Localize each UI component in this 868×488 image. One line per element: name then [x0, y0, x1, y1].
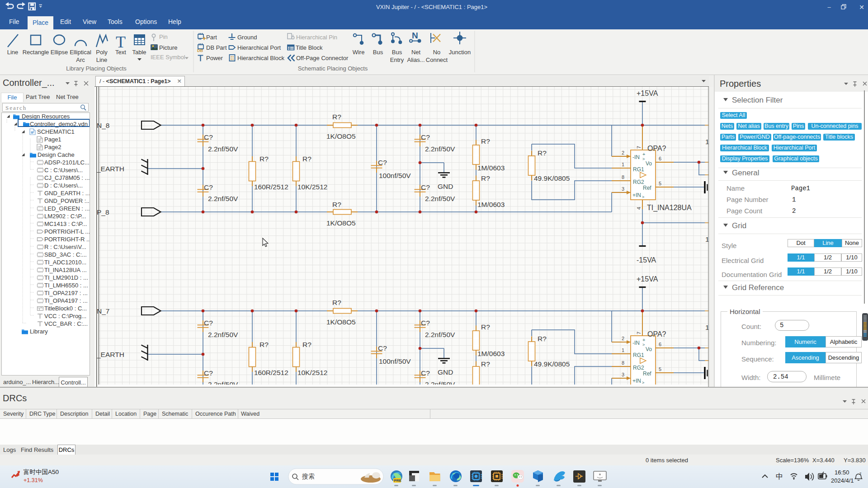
svg-text:富时中国A50: 富时中国A50 [24, 469, 59, 475]
svg-text:Off-Page Connector: Off-Page Connector [296, 55, 349, 61]
svg-text:Bus: Bus [373, 49, 383, 56]
svg-text:+IN: +IN [632, 192, 641, 198]
svg-text:Line: Line [96, 56, 108, 63]
svg-text:2.2nf/50V: 2.2nf/50V [425, 195, 455, 202]
svg-text:Ref: Ref [643, 185, 651, 191]
svg-text:7: 7 [636, 146, 642, 149]
svg-text:N_7: N_7 [97, 307, 109, 315]
svg-text:DB: DB [197, 48, 203, 53]
svg-text:Line: Line [7, 49, 19, 56]
svg-text:1: 1 [622, 162, 624, 167]
svg-text:Wire: Wire [353, 49, 365, 56]
svg-text:+1.31%: +1.31% [24, 477, 43, 483]
svg-text:1M/0603: 1M/0603 [477, 164, 505, 172]
svg-text:PRE: PRE [394, 479, 402, 483]
svg-text:2.2nf/50V: 2.2nf/50V [208, 195, 238, 202]
svg-text:Connect: Connect [426, 56, 448, 63]
svg-text:Ground: Ground [237, 34, 257, 41]
svg-text:C?: C? [378, 159, 387, 166]
svg-text:>: > [642, 195, 644, 199]
svg-text:Pin: Pin [159, 33, 168, 40]
svg-text:No: No [433, 49, 441, 56]
svg-text:C?: C? [204, 133, 213, 141]
svg-text:Picture: Picture [159, 44, 177, 51]
svg-text:R?: R? [538, 149, 547, 157]
svg-text:Hierarchical Block: Hierarchical Block [237, 55, 285, 61]
svg-text:R?: R? [332, 113, 341, 121]
svg-text:C?: C? [204, 183, 213, 191]
svg-text:3: 3 [622, 186, 624, 192]
svg-text:2.2nf/50V: 2.2nf/50V [425, 145, 455, 153]
svg-text:Rectangle: Rectangle [23, 49, 49, 56]
svg-text:z: z [859, 471, 862, 476]
svg-text:Elliptical: Elliptical [70, 49, 91, 56]
svg-text:Arc: Arc [76, 56, 85, 63]
svg-text:Entry: Entry [390, 56, 404, 63]
svg-text:Library Placing Objects: Library Placing Objects [66, 65, 127, 72]
svg-text:TI_INA128UA: TI_INA128UA [647, 204, 692, 212]
svg-text:Text: Text [115, 49, 126, 56]
svg-text:Net: Net [411, 49, 421, 56]
svg-text:R?: R? [481, 174, 490, 182]
svg-text:+15VA: +15VA [637, 89, 658, 97]
svg-text:DB Part: DB Part [206, 44, 227, 51]
svg-text:2.2nf/50V: 2.2nf/50V [208, 145, 238, 153]
svg-text:Ellipse: Ellipse [51, 49, 68, 56]
svg-text:R?: R? [481, 137, 490, 145]
svg-text:中: 中 [776, 473, 783, 480]
svg-text:搜索: 搜索 [302, 473, 315, 480]
svg-text:_EARTH: _EARTH [96, 351, 124, 358]
svg-text:>: > [642, 157, 645, 161]
svg-text:4: 4 [636, 207, 642, 210]
svg-text:Power: Power [206, 55, 223, 61]
svg-text:-IN: -IN [632, 154, 640, 160]
svg-text:P_8: P_8 [97, 208, 109, 216]
svg-text:Part: Part [206, 34, 217, 41]
svg-text:N: N [412, 31, 418, 40]
svg-text:Vo: Vo [646, 160, 652, 167]
svg-text:N_8: N_8 [97, 122, 109, 129]
svg-text:2024/4/1: 2024/4/1 [831, 477, 854, 484]
svg-text:Poly: Poly [96, 49, 108, 56]
svg-text:Table: Table [132, 49, 146, 56]
svg-text:Alias...: Alias... [407, 56, 425, 63]
svg-text:Junction: Junction [449, 49, 471, 56]
svg-text:_EARTH: _EARTH [96, 165, 124, 173]
svg-text:OPA?: OPA? [647, 145, 666, 152]
svg-text:R?: R? [302, 155, 311, 163]
svg-text:100nf/50V: 100nf/50V [379, 172, 411, 179]
svg-text:RG1: RG1 [633, 166, 644, 173]
svg-text:1K/O8O5: 1K/O8O5 [326, 219, 356, 227]
svg-text:R?: R? [259, 155, 269, 163]
svg-text:Hierarchical Pin: Hierarchical Pin [296, 34, 337, 41]
svg-text:Schematic Placing Objects: Schematic Placing Objects [298, 65, 368, 72]
svg-text:49.9K/0805: 49.9K/0805 [534, 174, 570, 182]
svg-text:160R/2512: 160R/2512 [254, 183, 288, 191]
svg-text:2: 2 [622, 150, 624, 155]
svg-text:Title Block: Title Block [296, 44, 323, 51]
svg-text:Bus: Bus [392, 49, 402, 56]
svg-text:16:50: 16:50 [835, 469, 849, 476]
svg-text:8: 8 [622, 174, 624, 180]
svg-text:RG2: RG2 [633, 179, 644, 185]
svg-text:-15VA: -15VA [637, 256, 656, 264]
svg-text:C?: C? [421, 133, 430, 141]
svg-text:C?: C? [421, 183, 430, 191]
svg-text:5: 5 [659, 181, 661, 186]
svg-text:R?: R? [332, 201, 341, 208]
svg-text:IEEE Symbol: IEEE Symbol [151, 54, 185, 61]
svg-text:10K/2512: 10K/2512 [297, 183, 327, 191]
svg-text:+: + [642, 151, 645, 157]
svg-text:Hierarchical Port: Hierarchical Port [237, 44, 281, 51]
svg-text:GND: GND [438, 183, 453, 190]
svg-text:6: 6 [659, 156, 661, 161]
svg-text:1M/0603: 1M/0603 [477, 201, 505, 208]
svg-text:1K/O8O5: 1K/O8O5 [326, 132, 356, 140]
